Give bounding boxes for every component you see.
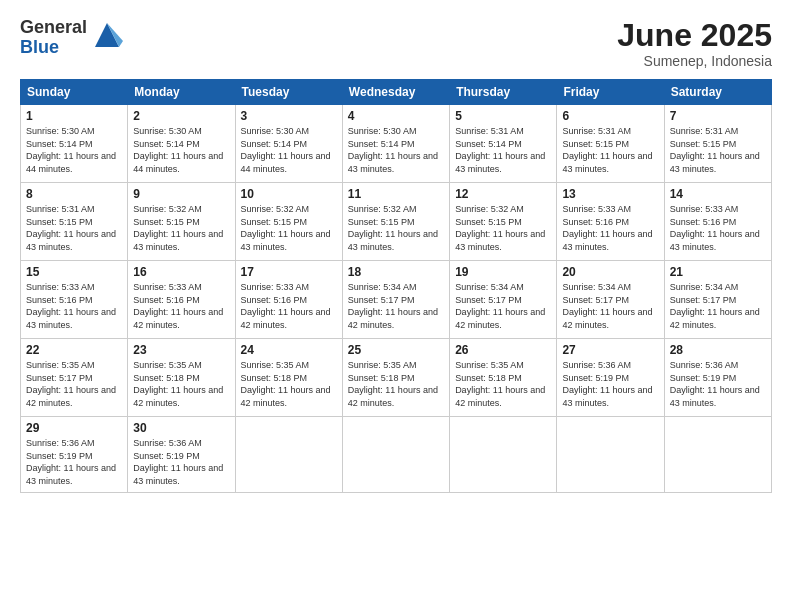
calendar-cell: 24Sunrise: 5:35 AMSunset: 5:18 PMDayligh… — [235, 339, 342, 417]
calendar-cell: 13Sunrise: 5:33 AMSunset: 5:16 PMDayligh… — [557, 183, 664, 261]
calendar-cell: 22Sunrise: 5:35 AMSunset: 5:17 PMDayligh… — [21, 339, 128, 417]
calendar-week-4: 22Sunrise: 5:35 AMSunset: 5:17 PMDayligh… — [21, 339, 772, 417]
day-info: Sunrise: 5:35 AMSunset: 5:18 PMDaylight:… — [455, 359, 551, 409]
calendar-cell: 19Sunrise: 5:34 AMSunset: 5:17 PMDayligh… — [450, 261, 557, 339]
day-info: Sunrise: 5:33 AMSunset: 5:16 PMDaylight:… — [26, 281, 122, 331]
day-info: Sunrise: 5:35 AMSunset: 5:18 PMDaylight:… — [241, 359, 337, 409]
calendar-cell: 1Sunrise: 5:30 AMSunset: 5:14 PMDaylight… — [21, 105, 128, 183]
day-info: Sunrise: 5:32 AMSunset: 5:15 PMDaylight:… — [241, 203, 337, 253]
calendar-cell: 21Sunrise: 5:34 AMSunset: 5:17 PMDayligh… — [664, 261, 771, 339]
day-number: 25 — [348, 343, 444, 357]
day-number: 28 — [670, 343, 766, 357]
calendar-week-5: 29Sunrise: 5:36 AMSunset: 5:19 PMDayligh… — [21, 417, 772, 492]
col-monday: Monday — [128, 80, 235, 105]
day-info: Sunrise: 5:36 AMSunset: 5:19 PMDaylight:… — [133, 437, 229, 487]
calendar-cell: 12Sunrise: 5:32 AMSunset: 5:15 PMDayligh… — [450, 183, 557, 261]
calendar-cell: 25Sunrise: 5:35 AMSunset: 5:18 PMDayligh… — [342, 339, 449, 417]
col-saturday: Saturday — [664, 80, 771, 105]
calendar-cell: 11Sunrise: 5:32 AMSunset: 5:15 PMDayligh… — [342, 183, 449, 261]
day-number: 5 — [455, 109, 551, 123]
day-info: Sunrise: 5:35 AMSunset: 5:18 PMDaylight:… — [133, 359, 229, 409]
day-number: 1 — [26, 109, 122, 123]
calendar-cell: 17Sunrise: 5:33 AMSunset: 5:16 PMDayligh… — [235, 261, 342, 339]
logo-general-text: General — [20, 17, 87, 37]
title-block: June 2025 Sumenep, Indonesia — [617, 18, 772, 69]
day-number: 10 — [241, 187, 337, 201]
logo-icon — [91, 19, 123, 51]
col-thursday: Thursday — [450, 80, 557, 105]
day-number: 6 — [562, 109, 658, 123]
day-number: 11 — [348, 187, 444, 201]
calendar-cell — [235, 417, 342, 492]
day-info: Sunrise: 5:33 AMSunset: 5:16 PMDaylight:… — [133, 281, 229, 331]
day-number: 21 — [670, 265, 766, 279]
day-info: Sunrise: 5:33 AMSunset: 5:16 PMDaylight:… — [670, 203, 766, 253]
calendar-cell: 20Sunrise: 5:34 AMSunset: 5:17 PMDayligh… — [557, 261, 664, 339]
day-info: Sunrise: 5:30 AMSunset: 5:14 PMDaylight:… — [133, 125, 229, 175]
day-info: Sunrise: 5:31 AMSunset: 5:15 PMDaylight:… — [26, 203, 122, 253]
header: General Blue June 2025 Sumenep, Indonesi… — [20, 18, 772, 69]
day-number: 8 — [26, 187, 122, 201]
calendar-week-3: 15Sunrise: 5:33 AMSunset: 5:16 PMDayligh… — [21, 261, 772, 339]
day-info: Sunrise: 5:31 AMSunset: 5:15 PMDaylight:… — [670, 125, 766, 175]
day-info: Sunrise: 5:33 AMSunset: 5:16 PMDaylight:… — [241, 281, 337, 331]
day-info: Sunrise: 5:32 AMSunset: 5:15 PMDaylight:… — [455, 203, 551, 253]
day-number: 12 — [455, 187, 551, 201]
calendar-cell: 8Sunrise: 5:31 AMSunset: 5:15 PMDaylight… — [21, 183, 128, 261]
day-number: 9 — [133, 187, 229, 201]
day-number: 3 — [241, 109, 337, 123]
day-info: Sunrise: 5:33 AMSunset: 5:16 PMDaylight:… — [562, 203, 658, 253]
day-number: 24 — [241, 343, 337, 357]
calendar-table: Sunday Monday Tuesday Wednesday Thursday… — [20, 79, 772, 492]
day-number: 18 — [348, 265, 444, 279]
day-number: 14 — [670, 187, 766, 201]
calendar-cell: 14Sunrise: 5:33 AMSunset: 5:16 PMDayligh… — [664, 183, 771, 261]
day-info: Sunrise: 5:34 AMSunset: 5:17 PMDaylight:… — [455, 281, 551, 331]
logo: General Blue — [20, 18, 123, 58]
day-info: Sunrise: 5:32 AMSunset: 5:15 PMDaylight:… — [348, 203, 444, 253]
calendar-cell: 23Sunrise: 5:35 AMSunset: 5:18 PMDayligh… — [128, 339, 235, 417]
day-number: 26 — [455, 343, 551, 357]
day-number: 30 — [133, 421, 229, 435]
calendar-cell — [450, 417, 557, 492]
day-number: 20 — [562, 265, 658, 279]
day-number: 23 — [133, 343, 229, 357]
day-number: 15 — [26, 265, 122, 279]
calendar-cell: 7Sunrise: 5:31 AMSunset: 5:15 PMDaylight… — [664, 105, 771, 183]
day-number: 19 — [455, 265, 551, 279]
day-info: Sunrise: 5:32 AMSunset: 5:15 PMDaylight:… — [133, 203, 229, 253]
day-number: 7 — [670, 109, 766, 123]
calendar-cell: 2Sunrise: 5:30 AMSunset: 5:14 PMDaylight… — [128, 105, 235, 183]
calendar-cell: 30Sunrise: 5:36 AMSunset: 5:19 PMDayligh… — [128, 417, 235, 492]
day-info: Sunrise: 5:35 AMSunset: 5:17 PMDaylight:… — [26, 359, 122, 409]
calendar-cell — [664, 417, 771, 492]
day-number: 13 — [562, 187, 658, 201]
day-number: 27 — [562, 343, 658, 357]
day-info: Sunrise: 5:36 AMSunset: 5:19 PMDaylight:… — [562, 359, 658, 409]
day-info: Sunrise: 5:34 AMSunset: 5:17 PMDaylight:… — [348, 281, 444, 331]
day-info: Sunrise: 5:31 AMSunset: 5:15 PMDaylight:… — [562, 125, 658, 175]
calendar-cell: 4Sunrise: 5:30 AMSunset: 5:14 PMDaylight… — [342, 105, 449, 183]
logo-blue-text: Blue — [20, 37, 59, 57]
day-info: Sunrise: 5:36 AMSunset: 5:19 PMDaylight:… — [670, 359, 766, 409]
page: General Blue June 2025 Sumenep, Indonesi… — [0, 0, 792, 612]
calendar-cell: 3Sunrise: 5:30 AMSunset: 5:14 PMDaylight… — [235, 105, 342, 183]
calendar-cell: 29Sunrise: 5:36 AMSunset: 5:19 PMDayligh… — [21, 417, 128, 492]
location: Sumenep, Indonesia — [617, 53, 772, 69]
day-info: Sunrise: 5:34 AMSunset: 5:17 PMDaylight:… — [562, 281, 658, 331]
calendar-cell: 9Sunrise: 5:32 AMSunset: 5:15 PMDaylight… — [128, 183, 235, 261]
day-number: 29 — [26, 421, 122, 435]
calendar-cell: 18Sunrise: 5:34 AMSunset: 5:17 PMDayligh… — [342, 261, 449, 339]
calendar-cell: 6Sunrise: 5:31 AMSunset: 5:15 PMDaylight… — [557, 105, 664, 183]
calendar-cell: 16Sunrise: 5:33 AMSunset: 5:16 PMDayligh… — [128, 261, 235, 339]
day-number: 2 — [133, 109, 229, 123]
col-sunday: Sunday — [21, 80, 128, 105]
day-info: Sunrise: 5:31 AMSunset: 5:14 PMDaylight:… — [455, 125, 551, 175]
day-number: 22 — [26, 343, 122, 357]
day-info: Sunrise: 5:30 AMSunset: 5:14 PMDaylight:… — [241, 125, 337, 175]
day-info: Sunrise: 5:35 AMSunset: 5:18 PMDaylight:… — [348, 359, 444, 409]
day-info: Sunrise: 5:34 AMSunset: 5:17 PMDaylight:… — [670, 281, 766, 331]
calendar-header-row: Sunday Monday Tuesday Wednesday Thursday… — [21, 80, 772, 105]
calendar-cell: 26Sunrise: 5:35 AMSunset: 5:18 PMDayligh… — [450, 339, 557, 417]
col-tuesday: Tuesday — [235, 80, 342, 105]
